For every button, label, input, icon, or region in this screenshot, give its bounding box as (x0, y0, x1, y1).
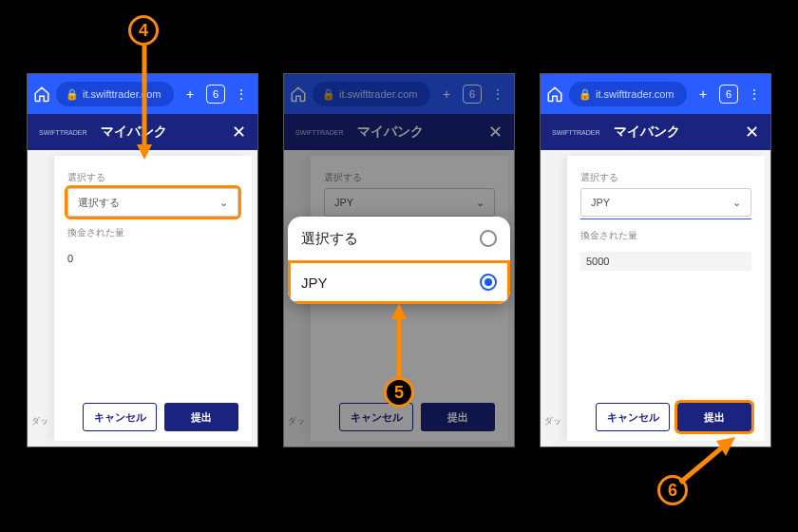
url-bar[interactable]: 🔒 it.swifttrader.com (569, 82, 687, 106)
url-bar[interactable]: 🔒 it.swifttrader.com (56, 82, 174, 106)
currency-select-value: 選択する (78, 196, 120, 210)
more-icon[interactable]: ⋮ (744, 84, 765, 104)
currency-select[interactable]: 選択する ⌄ (67, 188, 238, 217)
more-icon[interactable]: ⋮ (231, 84, 252, 104)
svg-line-4 (680, 443, 728, 483)
form-card: 選択する 選択する ⌄ 換金された量 0 キャンセル 提出 (54, 156, 252, 441)
url-text: it.swifttrader.com (83, 88, 162, 100)
amount-label: 換金された量 (580, 229, 751, 242)
browser-chrome: 🔒 it.swifttrader.com + 6 ⋮ (541, 74, 770, 114)
annotation-badge-4: 4 (128, 15, 159, 46)
option-label: 選択する (301, 230, 358, 248)
lock-icon: 🔒 (66, 88, 79, 101)
currency-option-placeholder[interactable]: 選択する (288, 217, 510, 260)
currency-select-value: JPY (591, 197, 610, 208)
submit-button[interactable]: 提出 (164, 403, 238, 431)
tab-count-button[interactable]: 6 (206, 85, 225, 104)
cancel-button[interactable]: キャンセル (83, 403, 157, 431)
home-icon[interactable] (33, 86, 50, 103)
amount-value: 0 (67, 249, 238, 268)
page-title: マイバンク (614, 124, 680, 141)
amount-value[interactable]: 5000 (580, 252, 751, 271)
new-tab-icon[interactable]: + (693, 84, 713, 104)
close-icon[interactable]: ✕ (232, 122, 246, 142)
app-header: SWIFTTRADER マイバンク ✕ (541, 114, 770, 150)
app-header: SWIFTTRADER マイバンク ✕ (28, 114, 257, 150)
dashboard-peek-label: ダッ (31, 415, 48, 428)
annotation-badge-6: 6 (657, 475, 688, 505)
lock-icon: 🔒 (579, 88, 592, 101)
browser-chrome: 🔒 it.swifttrader.com + 6 ⋮ (28, 74, 257, 114)
form-actions: キャンセル 提出 (67, 395, 238, 431)
chevron-down-icon: ⌄ (219, 197, 228, 209)
dashboard-peek-label: ダッ (544, 415, 561, 428)
url-text: it.swifttrader.com (596, 88, 674, 100)
phone-screenshot-3: 🔒 it.swifttrader.com + 6 ⋮ SWIFTTRADER マ… (540, 73, 771, 447)
home-icon[interactable] (546, 86, 563, 103)
new-tab-icon[interactable]: + (180, 84, 200, 104)
currency-option-jpy[interactable]: JPY (288, 260, 510, 304)
currency-select-label: 選択する (580, 171, 751, 184)
close-icon[interactable]: ✕ (745, 122, 759, 142)
currency-picker-sheet: 選択する JPY (288, 217, 510, 304)
phone-screenshot-2: 🔒 it.swifttrader.com + 6 ⋮ SWIFTTRADER マ… (283, 73, 515, 447)
option-label: JPY (301, 275, 328, 291)
brand-label: SWIFTTRADER (552, 129, 600, 136)
panel: ダッ 選択する JPY ⌄ 換金された量 5000 キャンセル 提出 (541, 150, 770, 446)
brand-label: SWIFTTRADER (39, 129, 87, 136)
radio-checked-icon (480, 274, 497, 291)
currency-select-label: 選択する (67, 171, 238, 184)
amount-label: 換金された量 (67, 226, 238, 239)
form-actions: キャンセル 提出 (580, 395, 751, 431)
submit-button[interactable]: 提出 (677, 403, 751, 431)
tab-count-button[interactable]: 6 (719, 85, 738, 104)
chevron-down-icon: ⌄ (732, 197, 741, 209)
page-title: マイバンク (101, 124, 167, 141)
phone-screenshot-1: 🔒 it.swifttrader.com + 6 ⋮ SWIFTTRADER マ… (27, 73, 258, 447)
cancel-button[interactable]: キャンセル (596, 403, 670, 431)
radio-unchecked-icon (480, 230, 497, 247)
form-card: 選択する JPY ⌄ 換金された量 5000 キャンセル 提出 (567, 156, 765, 441)
currency-select[interactable]: JPY ⌄ (580, 188, 751, 217)
panel: ダッ 選択する 選択する ⌄ 換金された量 0 キャンセル 提出 (28, 150, 257, 446)
